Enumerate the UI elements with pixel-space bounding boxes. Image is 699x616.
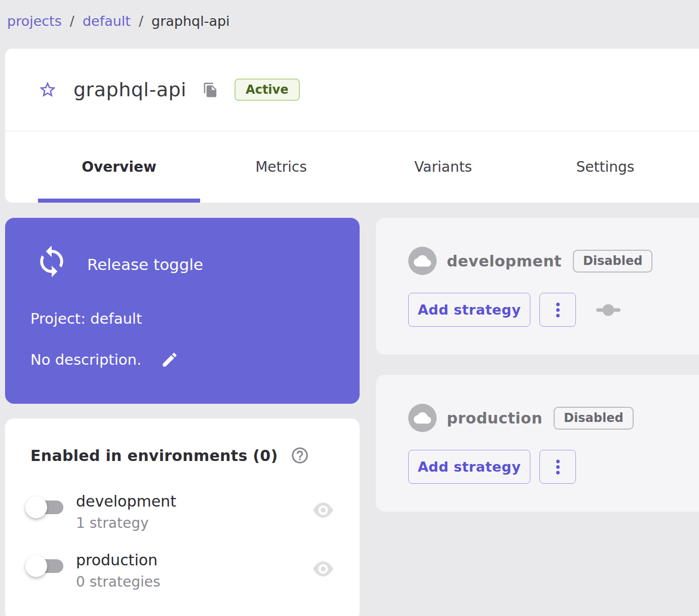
env-row-name: production [76, 551, 158, 569]
status-badge: Active [235, 79, 299, 101]
environment-actions: Add strategy [408, 293, 620, 327]
env-row-name: development [76, 492, 176, 510]
kebab-menu-button[interactable] [539, 450, 576, 484]
environment-status-badge: Disabled [573, 250, 653, 273]
breadcrumb: projects / default / graphql-api [7, 13, 230, 29]
environment-name: development [447, 252, 562, 270]
feature-overview-card: Release toggle Project: default No descr… [5, 218, 360, 404]
toggle-thumb [25, 496, 47, 518]
enabled-environments-panel: Enabled in environments (0) development … [5, 418, 360, 616]
copy-icon[interactable] [203, 82, 218, 98]
breadcrumb-projects-link[interactable]: projects [7, 13, 62, 29]
environment-header: production Disabled [408, 404, 634, 432]
environment-status-badge: Disabled [554, 407, 634, 430]
feature-project-label: Project: default [30, 310, 142, 327]
environment-actions: Add strategy [408, 450, 576, 484]
tab-overview[interactable]: Overview [38, 131, 200, 203]
cloud-icon [408, 404, 437, 432]
tab-variants[interactable]: Variants [362, 131, 524, 203]
eye-icon[interactable] [312, 560, 335, 578]
tab-metrics[interactable]: Metrics [200, 131, 362, 203]
kebab-menu-button[interactable] [539, 293, 576, 327]
enabled-environments-title-row: Enabled in environments (0) [30, 446, 309, 465]
eye-icon[interactable] [312, 502, 335, 519]
favorite-star-icon[interactable] [38, 80, 57, 99]
active-tab-indicator [38, 199, 200, 203]
env-toggle-development[interactable] [25, 495, 64, 519]
add-strategy-button[interactable]: Add strategy [408, 450, 530, 484]
feature-description: No description. [30, 351, 141, 368]
feature-header-row: graphql-api Active [5, 49, 699, 131]
breadcrumb-default-link[interactable]: default [83, 13, 131, 29]
environment-header: development Disabled [408, 247, 652, 275]
breadcrumb-separator: / [70, 13, 74, 29]
strategy-slider-icon[interactable] [596, 304, 620, 316]
tab-settings[interactable]: Settings [524, 131, 686, 203]
feature-type-label: Release toggle [87, 255, 203, 274]
env-row-strategy-count: 0 strategies [76, 573, 161, 590]
tab-bar: Overview Metrics Variants Settings [5, 131, 699, 203]
cloud-icon [408, 247, 437, 275]
kebab-icon [556, 302, 560, 318]
environment-card-development: development Disabled Add strategy [376, 218, 699, 355]
add-strategy-button[interactable]: Add strategy [408, 293, 530, 327]
page-title: graphql-api [73, 79, 186, 101]
edit-description-button[interactable] [161, 351, 179, 369]
env-toggle-production[interactable] [25, 554, 64, 578]
environment-card-production: production Disabled Add strategy [376, 375, 699, 512]
cycle-arrows-icon [34, 244, 69, 279]
enabled-environments-title: Enabled in environments (0) [30, 447, 278, 465]
toggle-thumb [25, 555, 47, 577]
feature-description-row: No description. [30, 351, 179, 369]
kebab-icon [556, 459, 560, 475]
breadcrumb-current-page: graphql-api [151, 13, 230, 29]
feature-header-card: graphql-api Active Overview Metrics Vari… [5, 49, 699, 203]
env-row-strategy-count: 1 strategy [76, 515, 149, 531]
help-icon[interactable] [290, 446, 309, 465]
breadcrumb-separator: / [139, 13, 143, 29]
environment-name: production [447, 409, 542, 427]
